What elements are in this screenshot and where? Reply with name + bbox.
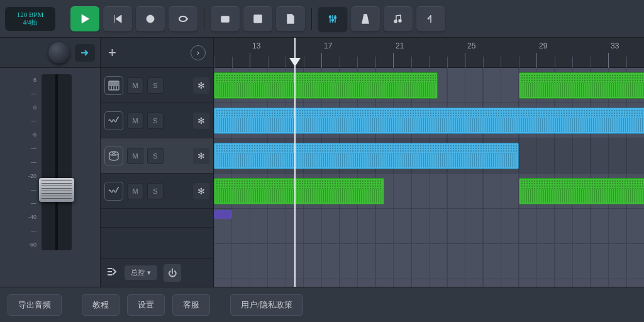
ruler-label: 33 xyxy=(611,42,619,50)
clip[interactable] xyxy=(519,72,645,99)
svg-point-6 xyxy=(394,20,397,23)
snap-button[interactable] xyxy=(416,6,445,31)
solo-button[interactable]: S xyxy=(147,183,164,199)
new-file-button[interactable] xyxy=(276,6,305,31)
ruler-label: 17 xyxy=(324,42,332,50)
master-mixer-button[interactable]: 总控▾ xyxy=(125,265,157,280)
bpm-value: 120 BPM xyxy=(11,11,49,18)
track-type-icon[interactable] xyxy=(104,76,123,95)
folder-button[interactable] xyxy=(211,6,240,31)
track-row-0[interactable]: MS✻ xyxy=(101,68,213,103)
fader-scale: 6—0—-6——-20——-40—-60 xyxy=(28,74,36,250)
ruler-label: 29 xyxy=(539,42,547,50)
fader-thumb[interactable] xyxy=(39,178,74,202)
arrangement-view[interactable]: 131721252933 xyxy=(214,38,644,287)
svg-point-3 xyxy=(330,16,331,18)
ruler-label: 21 xyxy=(396,42,404,50)
track-settings-button[interactable]: ✻ xyxy=(193,148,209,164)
mute-button[interactable]: M xyxy=(127,113,143,129)
track-row-2[interactable]: MS✻ xyxy=(101,138,213,174)
rewind-button[interactable] xyxy=(103,6,132,31)
power-button[interactable]: ⏻ xyxy=(164,264,181,282)
track-type-icon[interactable] xyxy=(104,182,123,201)
add-track-button[interactable]: + xyxy=(108,45,116,61)
clip[interactable] xyxy=(214,108,644,134)
mixer-button[interactable] xyxy=(318,6,347,31)
top-toolbar: 120 BPM 4/4拍 xyxy=(0,0,644,38)
track-list-panel: + › MS✻MS✻MS✻MS✻ 总控▾ ⏻ xyxy=(101,38,214,287)
expand-button[interactable]: › xyxy=(191,45,206,60)
track-type-icon[interactable] xyxy=(104,147,123,165)
ruler-label: 25 xyxy=(467,42,475,50)
track-settings-button[interactable]: ✻ xyxy=(193,113,209,129)
clip[interactable] xyxy=(214,210,232,219)
clip-area[interactable] xyxy=(214,68,644,287)
tutorial-button[interactable]: 教程 xyxy=(82,294,119,316)
save-button[interactable] xyxy=(243,6,272,31)
master-fader[interactable] xyxy=(42,74,72,250)
solo-button[interactable]: S xyxy=(147,148,164,164)
solo-button[interactable]: S xyxy=(147,113,164,129)
track-type-icon[interactable] xyxy=(104,111,123,130)
track-row-1[interactable]: MS✻ xyxy=(101,103,213,138)
clip[interactable] xyxy=(214,72,438,99)
mute-button[interactable]: M xyxy=(127,148,143,164)
export-audio-button[interactable]: 导出音频 xyxy=(8,294,62,316)
timesig-value: 4/4拍 xyxy=(11,18,49,27)
mute-button[interactable]: M xyxy=(127,183,143,199)
mute-button[interactable]: M xyxy=(127,77,143,94)
timeline-row[interactable] xyxy=(214,244,644,279)
clip[interactable] xyxy=(519,178,645,204)
play-button[interactable] xyxy=(70,6,99,31)
track-row-extra xyxy=(101,209,213,228)
track-row-3[interactable]: MS✻ xyxy=(101,174,213,209)
track-settings-button[interactable]: ✻ xyxy=(193,77,209,94)
clip[interactable] xyxy=(214,178,384,204)
timeline-ruler[interactable]: 131721252933 xyxy=(214,38,644,68)
svg-point-7 xyxy=(399,19,401,22)
tempo-display[interactable]: 120 BPM 4/4拍 xyxy=(5,7,55,31)
settings-button[interactable]: 设置 xyxy=(127,294,165,316)
svg-point-0 xyxy=(147,15,154,23)
track-settings-button[interactable]: ✻ xyxy=(193,183,209,199)
master-volume-panel: 6—0—-6——-20——-40—-60 xyxy=(0,38,101,287)
bottom-bar: 导出音频 教程 设置 客服 用户/隐私政策 xyxy=(0,287,644,322)
route-icon[interactable] xyxy=(106,266,118,280)
privacy-button[interactable]: 用户/隐私政策 xyxy=(230,294,303,316)
loop-button[interactable] xyxy=(169,6,197,31)
ruler-label: 13 xyxy=(252,42,260,50)
metronome-button[interactable] xyxy=(351,6,380,31)
clip[interactable] xyxy=(214,143,519,169)
route-button[interactable] xyxy=(75,44,95,62)
notes-button[interactable] xyxy=(384,6,413,31)
solo-button[interactable]: S xyxy=(147,77,164,94)
record-button[interactable] xyxy=(136,6,165,31)
master-pan-knob[interactable] xyxy=(48,42,70,64)
support-button[interactable]: 客服 xyxy=(172,294,210,316)
svg-point-4 xyxy=(332,19,334,21)
svg-point-5 xyxy=(335,16,336,18)
timeline-row[interactable] xyxy=(214,209,644,244)
